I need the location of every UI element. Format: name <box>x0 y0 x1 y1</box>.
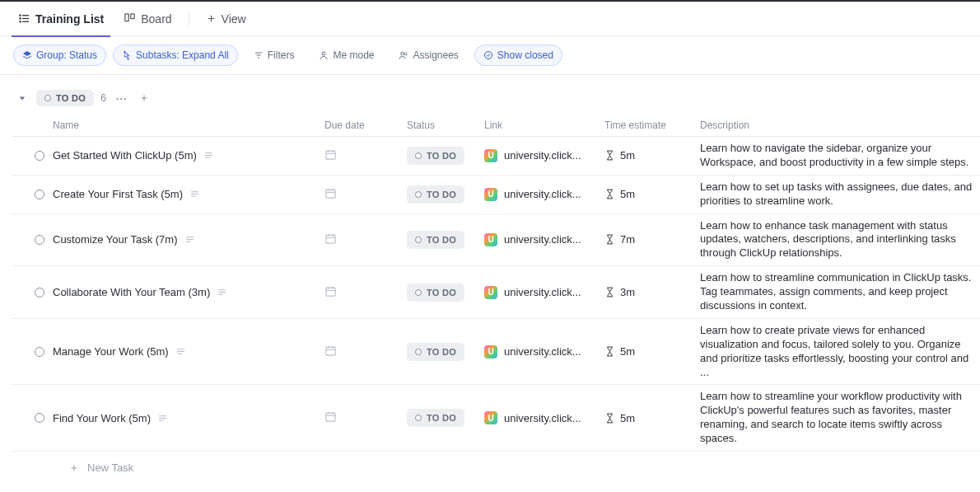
status-circle-icon[interactable] <box>35 413 44 423</box>
calendar-icon[interactable] <box>324 285 337 298</box>
group-status-pill[interactable]: Group: Status <box>13 45 106 66</box>
status-badge[interactable]: TO DO <box>407 231 464 249</box>
task-name[interactable]: Collaborate With Your Team (3m) <box>53 286 210 298</box>
group-add-button[interactable] <box>138 91 151 105</box>
table-row[interactable]: Customize Your Task (7m) TO DO U univers… <box>12 214 980 267</box>
status-dot-icon <box>415 152 422 159</box>
col-due-date[interactable]: Due date <box>324 119 407 131</box>
link-cell[interactable]: U university.click... <box>484 411 604 424</box>
col-description[interactable]: Description <box>700 119 980 131</box>
link-text: university.click... <box>504 286 581 298</box>
link-text: university.click... <box>504 188 581 200</box>
table-row[interactable]: Find Your Work (5m) TO DO U university.c… <box>12 385 980 452</box>
clickup-u-icon: U <box>484 345 497 358</box>
description-cell[interactable]: Learn how to set up tasks with assignees… <box>700 176 980 213</box>
svg-rect-7 <box>131 14 134 19</box>
task-name[interactable]: Get Started With ClickUp (5m) <box>53 149 197 162</box>
table-row[interactable]: Collaborate With Your Team (3m) TO DO U … <box>12 266 980 319</box>
status-badge[interactable]: TO DO <box>407 409 464 427</box>
filters-pill[interactable]: Filters <box>245 45 304 66</box>
col-status[interactable]: Status <box>407 119 484 131</box>
svg-marker-10 <box>23 51 31 56</box>
filters-label: Filters <box>268 49 295 61</box>
status-circle-icon[interactable] <box>35 151 44 161</box>
link-text: university.click... <box>504 412 581 424</box>
time-estimate-cell[interactable]: 3m <box>604 286 700 298</box>
me-mode-label: Me mode <box>333 49 374 61</box>
status-badge-label: TO DO <box>427 413 456 423</box>
status-badge-label: TO DO <box>427 347 456 357</box>
description-cell[interactable]: Learn how to navigate the sidebar, organ… <box>700 137 980 175</box>
calendar-icon[interactable] <box>324 187 337 199</box>
svg-marker-21 <box>20 97 25 101</box>
task-name[interactable]: Customize Your Task (7m) <box>53 233 178 246</box>
show-closed-label: Show closed <box>497 49 553 61</box>
time-estimate-cell[interactable]: 5m <box>604 412 700 424</box>
calendar-icon[interactable] <box>324 344 337 357</box>
subtasks-label: Subtasks: Expand All <box>136 49 229 61</box>
status-dot-icon <box>415 415 422 421</box>
description-cell[interactable]: Learn how to streamline communication in… <box>700 266 980 318</box>
description-cell[interactable]: Learn how to enhance task management wit… <box>700 214 980 266</box>
status-badge[interactable]: TO DO <box>407 185 464 204</box>
subtasks-pill[interactable]: Subtasks: Expand All <box>113 45 238 66</box>
link-cell[interactable]: U university.click... <box>484 286 604 299</box>
status-circle-icon[interactable] <box>35 288 44 298</box>
col-link[interactable]: Link <box>484 119 604 131</box>
tab-training-list[interactable]: Training List <box>12 2 110 36</box>
assignees-pill[interactable]: Assignees <box>390 45 467 66</box>
status-badge[interactable]: TO DO <box>407 147 464 165</box>
description-cell[interactable]: Learn how to streamline your workflow pr… <box>700 385 980 451</box>
status-badge-label: TO DO <box>427 151 456 161</box>
time-estimate-cell[interactable]: 5m <box>604 149 700 162</box>
group-more-button[interactable]: ··· <box>113 92 131 105</box>
description-cell[interactable]: Learn how to create private views for en… <box>700 319 980 385</box>
description-icon <box>157 413 168 424</box>
tab-board[interactable]: Board <box>117 2 178 36</box>
time-estimate-cell[interactable]: 5m <box>604 345 700 358</box>
calendar-icon[interactable] <box>324 410 337 423</box>
table-row[interactable]: Manage Your Work (5m) TO DO U university… <box>12 319 980 386</box>
svg-rect-48 <box>326 288 335 296</box>
group-status-chip[interactable]: TO DO <box>36 90 94 106</box>
calendar-icon[interactable] <box>324 232 337 245</box>
time-estimate-cell[interactable]: 5m <box>604 188 700 200</box>
task-name[interactable]: Manage Your Work (5m) <box>53 345 169 358</box>
task-name[interactable]: Find Your Work (5m) <box>53 412 151 424</box>
time-estimate-value: 5m <box>620 345 635 358</box>
status-dot-icon <box>415 191 422 198</box>
collapse-toggle[interactable] <box>15 91 30 105</box>
board-icon <box>124 12 136 25</box>
link-cell[interactable]: U university.click... <box>484 149 604 162</box>
status-badge-label: TO DO <box>427 288 456 298</box>
clickup-u-icon: U <box>484 188 497 201</box>
table-row[interactable]: Get Started With ClickUp (5m) TO DO U un… <box>12 137 980 176</box>
col-name[interactable]: Name <box>53 119 324 131</box>
hourglass-icon <box>604 413 615 424</box>
link-cell[interactable]: U university.click... <box>484 233 604 246</box>
add-view-button[interactable]: View <box>199 2 253 36</box>
list-icon <box>18 12 30 25</box>
table-row[interactable]: Create Your First Task (5m) TO DO U univ… <box>12 176 980 214</box>
task-name[interactable]: Create Your First Task (5m) <box>53 188 183 200</box>
new-task-button[interactable]: New Task <box>12 452 980 484</box>
assignees-label: Assignees <box>413 49 458 61</box>
filter-icon <box>254 50 264 60</box>
link-cell[interactable]: U university.click... <box>484 345 604 358</box>
link-cell[interactable]: U university.click... <box>484 188 604 201</box>
status-circle-icon[interactable] <box>35 190 44 199</box>
show-closed-pill[interactable]: Show closed <box>474 45 562 66</box>
time-estimate-cell[interactable]: 7m <box>604 233 700 246</box>
status-badge[interactable]: TO DO <box>407 343 464 361</box>
calendar-icon[interactable] <box>324 148 337 161</box>
status-circle-icon[interactable] <box>35 347 44 357</box>
status-badge[interactable]: TO DO <box>407 283 464 302</box>
me-mode-pill[interactable]: Me mode <box>310 45 383 66</box>
clickup-u-icon: U <box>484 233 497 246</box>
group-status-label-text: TO DO <box>56 93 86 103</box>
time-estimate-value: 5m <box>620 149 635 162</box>
group-count: 6 <box>100 92 106 104</box>
status-circle-icon[interactable] <box>35 235 44 245</box>
col-time-estimate[interactable]: Time estimate <box>604 119 700 131</box>
status-dot-icon <box>415 349 422 355</box>
